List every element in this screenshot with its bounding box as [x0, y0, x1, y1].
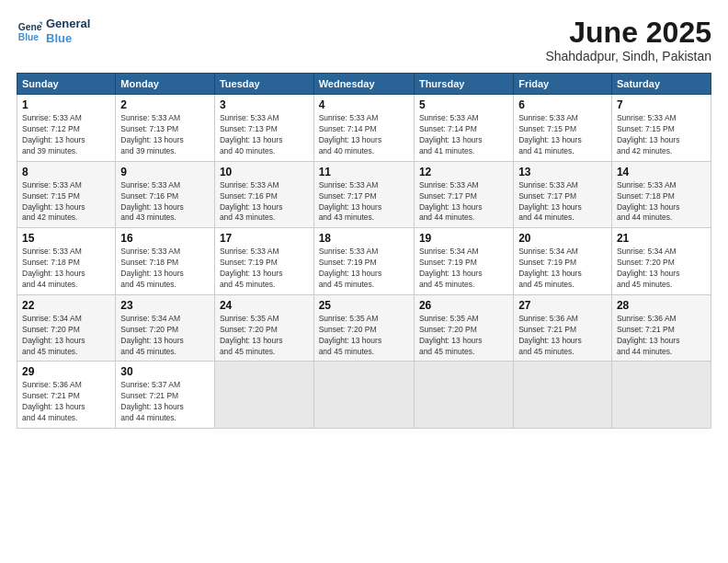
day-info: Sunrise: 5:33 AM Sunset: 7:17 PM Dayligh…: [419, 180, 508, 224]
day-info: Sunrise: 5:33 AM Sunset: 7:14 PM Dayligh…: [419, 113, 508, 157]
day-number: 3: [220, 98, 309, 111]
table-row: 30Sunrise: 5:37 AM Sunset: 7:21 PM Dayli…: [116, 362, 215, 429]
svg-text:Blue: Blue: [18, 32, 40, 42]
table-row: 20Sunrise: 5:34 AM Sunset: 7:19 PM Dayli…: [514, 228, 612, 295]
day-info: Sunrise: 5:33 AM Sunset: 7:12 PM Dayligh…: [22, 113, 110, 157]
day-number: 11: [319, 166, 409, 178]
header: General Blue GeneralBlue June 2025 Shahd…: [17, 17, 711, 63]
day-info: Sunrise: 5:33 AM Sunset: 7:18 PM Dayligh…: [120, 247, 210, 291]
day-info: Sunrise: 5:33 AM Sunset: 7:15 PM Dayligh…: [518, 113, 607, 157]
table-row: 6Sunrise: 5:33 AM Sunset: 7:15 PM Daylig…: [514, 95, 612, 162]
day-info: Sunrise: 5:34 AM Sunset: 7:20 PM Dayligh…: [120, 314, 210, 358]
col-sunday: Sunday: [17, 74, 116, 95]
table-row: 26Sunrise: 5:35 AM Sunset: 7:20 PM Dayli…: [414, 294, 513, 362]
table-row: 24Sunrise: 5:35 AM Sunset: 7:20 PM Dayli…: [214, 294, 313, 362]
table-row: 12Sunrise: 5:33 AM Sunset: 7:17 PM Dayli…: [414, 161, 513, 228]
day-info: Sunrise: 5:35 AM Sunset: 7:20 PM Dayligh…: [319, 314, 409, 358]
calendar-row-3: 15Sunrise: 5:33 AM Sunset: 7:18 PM Dayli…: [17, 228, 711, 295]
day-number: 26: [419, 299, 508, 312]
table-row: [214, 362, 313, 429]
table-row: 11Sunrise: 5:33 AM Sunset: 7:17 PM Dayli…: [313, 161, 414, 228]
calendar-row-4: 22Sunrise: 5:34 AM Sunset: 7:20 PM Dayli…: [17, 294, 711, 362]
day-info: Sunrise: 5:36 AM Sunset: 7:21 PM Dayligh…: [518, 314, 607, 358]
location: Shahdadpur, Sindh, Pakistan: [545, 49, 711, 63]
day-info: Sunrise: 5:33 AM Sunset: 7:13 PM Dayligh…: [220, 113, 309, 157]
table-row: 4Sunrise: 5:33 AM Sunset: 7:14 PM Daylig…: [313, 95, 414, 162]
day-number: 7: [617, 98, 706, 111]
col-friday: Friday: [514, 74, 612, 95]
day-number: 9: [120, 166, 210, 178]
table-row: 3Sunrise: 5:33 AM Sunset: 7:13 PM Daylig…: [214, 95, 313, 162]
table-row: 9Sunrise: 5:33 AM Sunset: 7:16 PM Daylig…: [116, 161, 215, 228]
day-info: Sunrise: 5:33 AM Sunset: 7:18 PM Dayligh…: [617, 180, 706, 224]
table-row: 16Sunrise: 5:33 AM Sunset: 7:18 PM Dayli…: [116, 228, 215, 295]
day-number: 17: [220, 232, 309, 245]
table-row: 17Sunrise: 5:33 AM Sunset: 7:19 PM Dayli…: [214, 228, 313, 295]
day-number: 10: [220, 166, 309, 178]
day-number: 25: [319, 299, 409, 312]
month-title: June 2025: [545, 17, 711, 49]
table-row: 27Sunrise: 5:36 AM Sunset: 7:21 PM Dayli…: [514, 294, 612, 362]
day-number: 20: [518, 232, 607, 245]
table-row: 10Sunrise: 5:33 AM Sunset: 7:16 PM Dayli…: [214, 161, 313, 228]
col-wednesday: Wednesday: [313, 74, 414, 95]
day-info: Sunrise: 5:33 AM Sunset: 7:16 PM Dayligh…: [120, 180, 210, 224]
title-block: June 2025 Shahdadpur, Sindh, Pakistan: [545, 17, 711, 63]
day-number: 1: [22, 98, 110, 111]
day-number: 13: [518, 166, 607, 178]
calendar-table: Sunday Monday Tuesday Wednesday Thursday…: [17, 73, 711, 429]
day-info: Sunrise: 5:33 AM Sunset: 7:15 PM Dayligh…: [617, 113, 706, 157]
day-info: Sunrise: 5:34 AM Sunset: 7:19 PM Dayligh…: [518, 247, 607, 291]
day-info: Sunrise: 5:34 AM Sunset: 7:20 PM Dayligh…: [617, 247, 706, 291]
day-number: 24: [220, 299, 309, 312]
day-number: 12: [419, 166, 508, 178]
col-monday: Monday: [116, 74, 215, 95]
logo-text: GeneralBlue: [46, 17, 90, 45]
logo: General Blue GeneralBlue: [17, 17, 90, 45]
table-row: 22Sunrise: 5:34 AM Sunset: 7:20 PM Dayli…: [17, 294, 116, 362]
day-info: Sunrise: 5:37 AM Sunset: 7:21 PM Dayligh…: [120, 380, 210, 424]
table-row: 13Sunrise: 5:33 AM Sunset: 7:17 PM Dayli…: [514, 161, 612, 228]
column-headers: Sunday Monday Tuesday Wednesday Thursday…: [17, 74, 711, 95]
col-saturday: Saturday: [611, 74, 711, 95]
table-row: 19Sunrise: 5:34 AM Sunset: 7:19 PM Dayli…: [414, 228, 513, 295]
day-info: Sunrise: 5:33 AM Sunset: 7:19 PM Dayligh…: [220, 247, 309, 291]
day-info: Sunrise: 5:33 AM Sunset: 7:18 PM Dayligh…: [22, 247, 110, 291]
day-number: 6: [518, 98, 607, 111]
day-info: Sunrise: 5:36 AM Sunset: 7:21 PM Dayligh…: [22, 380, 110, 424]
table-row: 2Sunrise: 5:33 AM Sunset: 7:13 PM Daylig…: [116, 95, 215, 162]
day-info: Sunrise: 5:34 AM Sunset: 7:19 PM Dayligh…: [419, 247, 508, 291]
day-number: 21: [617, 232, 706, 245]
table-row: [414, 362, 513, 429]
col-tuesday: Tuesday: [214, 74, 313, 95]
col-thursday: Thursday: [414, 74, 513, 95]
table-row: 25Sunrise: 5:35 AM Sunset: 7:20 PM Dayli…: [313, 294, 414, 362]
table-row: 28Sunrise: 5:36 AM Sunset: 7:21 PM Dayli…: [611, 294, 711, 362]
table-row: 8Sunrise: 5:33 AM Sunset: 7:15 PM Daylig…: [17, 161, 116, 228]
day-number: 5: [419, 98, 508, 111]
day-info: Sunrise: 5:34 AM Sunset: 7:20 PM Dayligh…: [22, 314, 110, 358]
day-number: 23: [120, 299, 210, 312]
calendar-row-5: 29Sunrise: 5:36 AM Sunset: 7:21 PM Dayli…: [17, 362, 711, 429]
day-info: Sunrise: 5:35 AM Sunset: 7:20 PM Dayligh…: [220, 314, 309, 358]
table-row: 29Sunrise: 5:36 AM Sunset: 7:21 PM Dayli…: [17, 362, 116, 429]
table-row: 15Sunrise: 5:33 AM Sunset: 7:18 PM Dayli…: [17, 228, 116, 295]
day-info: Sunrise: 5:33 AM Sunset: 7:17 PM Dayligh…: [518, 180, 607, 224]
day-info: Sunrise: 5:33 AM Sunset: 7:15 PM Dayligh…: [22, 180, 110, 224]
day-info: Sunrise: 5:33 AM Sunset: 7:17 PM Dayligh…: [319, 180, 409, 224]
table-row: 7Sunrise: 5:33 AM Sunset: 7:15 PM Daylig…: [611, 95, 711, 162]
day-number: 8: [22, 166, 110, 178]
day-number: 16: [120, 232, 210, 245]
calendar-row-2: 8Sunrise: 5:33 AM Sunset: 7:15 PM Daylig…: [17, 161, 711, 228]
day-number: 28: [617, 299, 706, 312]
table-row: 5Sunrise: 5:33 AM Sunset: 7:14 PM Daylig…: [414, 95, 513, 162]
day-number: 4: [319, 98, 409, 111]
day-info: Sunrise: 5:35 AM Sunset: 7:20 PM Dayligh…: [419, 314, 508, 358]
day-number: 27: [518, 299, 607, 312]
table-row: 14Sunrise: 5:33 AM Sunset: 7:18 PM Dayli…: [611, 161, 711, 228]
calendar-page: General Blue GeneralBlue June 2025 Shahd…: [0, 0, 728, 563]
day-info: Sunrise: 5:33 AM Sunset: 7:14 PM Dayligh…: [319, 113, 409, 157]
day-number: 22: [22, 299, 110, 312]
day-number: 15: [22, 232, 110, 245]
day-info: Sunrise: 5:33 AM Sunset: 7:19 PM Dayligh…: [319, 247, 409, 291]
